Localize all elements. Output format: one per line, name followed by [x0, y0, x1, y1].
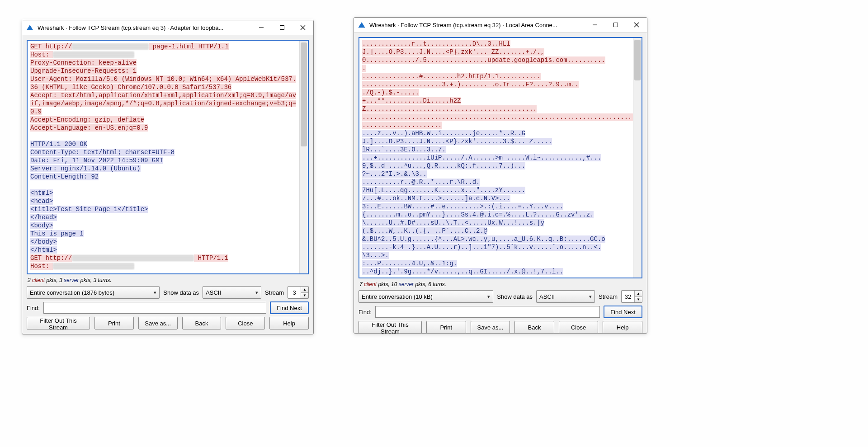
show-data-as-label: Show data as — [497, 293, 533, 300]
window-title: Wireshark · Follow TCP Stream (tcp.strea… — [369, 22, 585, 28]
close-dialog-button[interactable]: Close — [226, 317, 265, 329]
save-as-button[interactable]: Save as... — [138, 317, 178, 329]
find-label: Find: — [359, 309, 372, 315]
titlebar[interactable]: Wireshark · Follow TCP Stream (tcp.strea… — [22, 20, 313, 35]
options-row: Entire conversation (1876 bytes) Show da… — [27, 286, 309, 299]
svg-rect-1 — [280, 26, 284, 30]
svg-rect-5 — [614, 23, 618, 27]
conversation-select[interactable]: Entire conversation (10 kB) — [359, 290, 493, 303]
packet-stats: 7 client pkts, 10 server pkts, 6 turns. — [359, 281, 642, 287]
close-button[interactable] — [292, 20, 313, 35]
options-row: Entire conversation (10 kB) Show data as… — [359, 290, 642, 303]
show-data-as-label: Show data as — [163, 289, 199, 296]
back-button[interactable]: Back — [182, 317, 222, 329]
maximize-button[interactable] — [272, 20, 292, 35]
spin-down-icon[interactable]: ▼ — [635, 297, 642, 303]
help-button[interactable]: Help — [603, 321, 642, 334]
window-controls — [585, 18, 647, 32]
print-button[interactable]: Print — [426, 321, 466, 334]
close-dialog-button[interactable]: Close — [559, 321, 599, 334]
find-next-button[interactable]: Find Next — [270, 301, 309, 314]
spin-down-icon[interactable]: ▼ — [301, 293, 308, 299]
wireshark-icon — [26, 24, 34, 32]
wireshark-window-left: Wireshark · Follow TCP Stream (tcp.strea… — [22, 20, 314, 334]
content-area: GET http:// page-1.html HTTP/1.1 Host: P… — [22, 35, 313, 334]
scrollbar[interactable] — [299, 41, 308, 273]
conversation-select[interactable]: Entire conversation (1876 bytes) — [27, 286, 160, 299]
tcp-stream-text[interactable]: .............r..t............D\..3..HLl … — [359, 38, 633, 278]
find-next-button[interactable]: Find Next — [604, 306, 642, 318]
close-button[interactable] — [626, 18, 647, 32]
find-row: Find: Find Next — [359, 306, 642, 318]
find-input[interactable] — [43, 302, 266, 314]
content-area: .............r..t............D\..3..HLl … — [354, 33, 647, 338]
help-button[interactable]: Help — [269, 317, 309, 329]
find-label: Find: — [27, 305, 40, 311]
wireshark-window-right: Wireshark · Follow TCP Stream (tcp.strea… — [354, 17, 647, 334]
filter-out-button[interactable]: Filter Out This Stream — [27, 317, 90, 329]
filter-out-button[interactable]: Filter Out This Stream — [359, 321, 422, 334]
maximize-button[interactable] — [605, 18, 626, 32]
window-controls — [251, 20, 313, 35]
packet-stats: 2 client pkts, 3 server pkts, 3 turns. — [27, 277, 309, 283]
window-title: Wireshark · Follow TCP Stream (tcp.strea… — [38, 24, 251, 31]
minimize-button[interactable] — [251, 20, 272, 35]
print-button[interactable]: Print — [94, 317, 134, 329]
spin-up-icon[interactable]: ▲ — [635, 291, 642, 297]
stream-label: Stream — [265, 289, 284, 296]
tcp-stream-text[interactable]: GET http:// page-1.html HTTP/1.1 Host: P… — [28, 41, 299, 273]
stream-number-spinner[interactable]: 32 ▲▼ — [621, 290, 642, 303]
action-buttons: Filter Out This Stream Print Save as... … — [27, 317, 309, 329]
find-row: Find: Find Next — [27, 301, 309, 314]
find-input[interactable] — [375, 306, 600, 318]
stream-number-spinner[interactable]: 3 ▲▼ — [288, 286, 309, 299]
stream-label: Stream — [599, 293, 618, 300]
tcp-stream-pane: GET http:// page-1.html HTTP/1.1 Host: P… — [27, 40, 309, 274]
spin-up-icon[interactable]: ▲ — [301, 287, 308, 293]
save-as-button[interactable]: Save as... — [471, 321, 510, 334]
encoding-select[interactable]: ASCII — [536, 290, 595, 303]
titlebar[interactable]: Wireshark · Follow TCP Stream (tcp.strea… — [354, 18, 647, 33]
back-button[interactable]: Back — [514, 321, 554, 334]
tcp-stream-pane: .............r..t............D\..3..HLl … — [359, 37, 642, 278]
scrollbar[interactable] — [633, 38, 642, 278]
minimize-button[interactable] — [585, 18, 605, 32]
action-buttons: Filter Out This Stream Print Save as... … — [359, 321, 642, 334]
encoding-select[interactable]: ASCII — [203, 286, 261, 299]
wireshark-icon — [358, 21, 366, 29]
